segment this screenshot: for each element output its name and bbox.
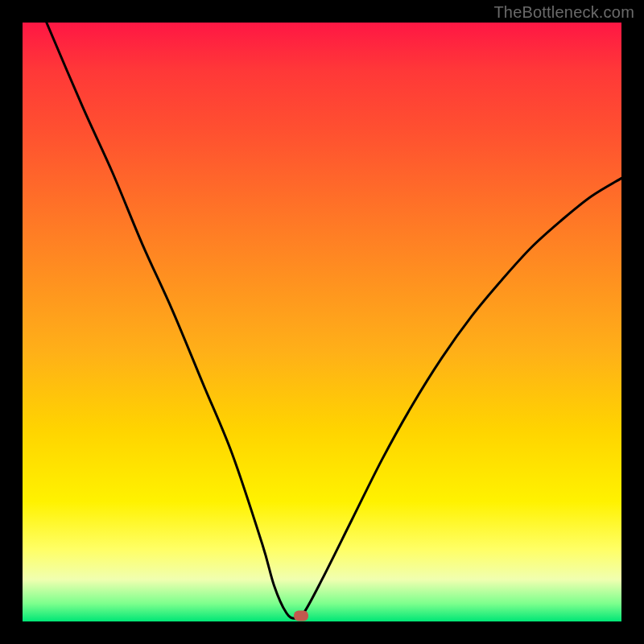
- optimum-marker: [294, 610, 308, 621]
- chart-plot-area: [23, 23, 621, 621]
- bottleneck-curve: [23, 23, 621, 621]
- chart-frame: TheBottleneck.com: [0, 0, 644, 644]
- watermark-text: TheBottleneck.com: [493, 3, 634, 22]
